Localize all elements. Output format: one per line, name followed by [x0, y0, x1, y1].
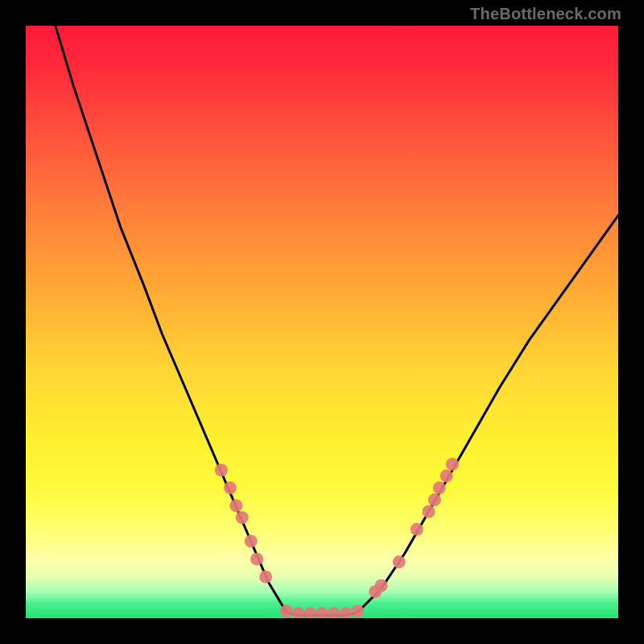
scatter-point: [236, 511, 249, 524]
scatter-point: [245, 535, 258, 547]
curve-group: [56, 26, 618, 615]
scatter-point: [316, 607, 328, 618]
scatter-point: [229, 499, 242, 512]
scatter-point: [215, 464, 228, 477]
scatter-point: [259, 570, 272, 583]
scatter-point: [351, 605, 364, 617]
scatter-point: [328, 607, 341, 618]
scatter-point: [446, 458, 459, 471]
scatter-point: [224, 481, 237, 494]
scatter-point: [292, 607, 305, 618]
scatter-point: [440, 469, 453, 482]
scatter-point: [280, 605, 293, 617]
scatter-point: [250, 552, 263, 565]
scatter-point: [303, 607, 316, 618]
scatter-point: [393, 555, 406, 568]
chart-svg: [26, 26, 618, 618]
scatter-point: [433, 481, 446, 494]
scatter-point: [375, 580, 388, 592]
chart-frame: TheBottleneck.com: [0, 0, 644, 644]
watermark-text: TheBottleneck.com: [470, 5, 621, 23]
scatter-point: [411, 523, 423, 536]
scatter-group: [215, 458, 459, 618]
scatter-point: [428, 493, 441, 506]
curve-left-branch: [56, 26, 287, 613]
scatter-point: [339, 607, 352, 618]
scatter-point: [422, 506, 435, 518]
plot-area: [26, 26, 618, 618]
curve-right-branch: [357, 216, 618, 613]
